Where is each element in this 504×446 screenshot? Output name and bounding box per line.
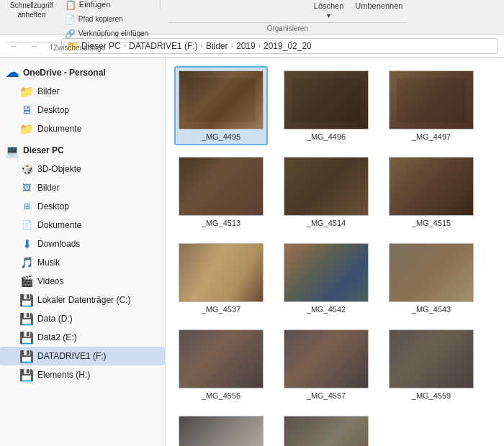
sidebar-item-drive-d[interactable]: 💾 Data (D:): [0, 309, 165, 328]
sidebar-item-downloads[interactable]: ⬇ Downloads: [0, 235, 165, 253]
kopieren-nach-button[interactable]: 📁 Kopieren nach ▾: [245, 0, 307, 3]
thumb-label-mg4556: _MG_4556: [179, 391, 264, 400]
thumb-image-mg4560: [179, 416, 264, 446]
svg-rect-6: [179, 158, 263, 216]
desktop-icon: 🖥: [20, 200, 33, 213]
svg-rect-10: [284, 244, 368, 302]
thumb-label-mg4513: _MG_4513: [179, 219, 264, 227]
sidebar-item-videos[interactable]: 🎬 Videos: [0, 272, 165, 291]
sidebar-item-bilder-od[interactable]: 📁 Bilder: [0, 82, 165, 101]
svg-rect-15: [179, 417, 263, 446]
drive-d-icon: 💾: [20, 312, 33, 325]
thumb-item-mg4515[interactable]: _MG_4515: [384, 153, 478, 232]
thumb-image-mg4556: [179, 329, 264, 388]
sidebar-item-drive-h-label: Elements (H:): [37, 370, 90, 380]
thumb-image-mg4495: [179, 70, 264, 129]
pictures-icon: 🖼: [20, 181, 33, 194]
thumb-label-mg4537: _MG_4537: [179, 305, 264, 314]
download-icon: ⬇: [20, 237, 33, 250]
sidebar-item-drive-e[interactable]: 💾 Data2 (E:): [0, 328, 165, 347]
sidebar-item-desktop-od[interactable]: 🖥 Desktop: [0, 101, 165, 119]
thumb-item-mg4557[interactable]: _MG_4557: [279, 325, 373, 404]
sidebar-item-downloads-label: Downloads: [37, 239, 80, 249]
svg-rect-7: [284, 158, 368, 216]
content-area: _MG_4495 _MG_4496 _MG_4497 _MG_4513 _MG_…: [166, 58, 504, 446]
thumb-image-mg4497: [389, 70, 474, 129]
drive-e-icon: 💾: [20, 331, 33, 344]
sidebar-item-musik[interactable]: 🎵 Musik: [0, 253, 165, 272]
sidebar-item-dokumente-od-label: Dokumente: [37, 124, 81, 134]
sidebar-item-dokumente[interactable]: 📄 Dokumente: [0, 216, 165, 235]
umbenennen-button[interactable]: ✏️ Umbenennen: [351, 0, 407, 12]
svg-rect-13: [284, 330, 368, 388]
thumb-image-mg4514: [284, 157, 369, 216]
sidebar-item-desktop-od-label: Desktop: [37, 105, 69, 115]
thumb-item-mg4537[interactable]: _MG_4537: [174, 239, 268, 318]
sidebar-item-3d[interactable]: 🎲 3D-Objekte: [0, 160, 165, 178]
schnellzugriff-button[interactable]: 📌 Schnellzugriff anheften: [6, 0, 58, 21]
onedrive-header: ☁ OneDrive - Personal: [0, 63, 165, 82]
sidebar-item-bilder[interactable]: 🖼 Bilder: [0, 178, 165, 197]
organize-group: 📁 Verschieben nach ▾ 📁 Kopieren nach ▾ 🗑…: [168, 0, 407, 32]
sidebar: ☁ OneDrive - Personal 📁 Bilder 🖥 Desktop…: [0, 58, 166, 446]
sidebar-item-drive-h[interactable]: 💾 Elements (H:): [0, 365, 165, 384]
thumb-item-mg4542[interactable]: _MG_4542: [279, 239, 373, 318]
thumb-image-mg4496: [284, 70, 369, 129]
einfuegen-button[interactable]: 📋 Einfügen: [60, 0, 153, 12]
svg-rect-12: [179, 330, 263, 388]
breadcrumb-item-4[interactable]: 2019_02_20: [264, 41, 312, 51]
organize-label: Organisieren: [168, 22, 407, 32]
video-icon: 🎬: [20, 275, 33, 288]
sidebar-item-bilder-label: Bilder: [37, 183, 60, 193]
thumb-label-mg4557: _MG_4557: [284, 391, 369, 400]
toolbar: 📌 Schnellzugriff anheften 📋 Kopieren 📋 E…: [0, 0, 504, 35]
dieser-pc-label: Dieser PC: [23, 145, 64, 155]
thumb-image-mg4561: [284, 416, 369, 446]
pc-icon: 💻: [6, 144, 19, 157]
verknuepfung-button[interactable]: 🔗 Verknüpfung einfügen: [60, 27, 153, 40]
thumb-item-mg4561[interactable]: _MG_4561: [279, 411, 373, 446]
loeschen-button[interactable]: 🗑️ Löschen ▾: [310, 0, 348, 21]
thumb-item-mg4543[interactable]: _MG_4543: [384, 239, 478, 318]
sidebar-item-drive-f[interactable]: 💾 DATADRIVE1 (F:): [0, 347, 165, 365]
thumb-image-mg4515: [389, 157, 474, 216]
thumb-image-mg4513: [179, 157, 264, 216]
sidebar-item-desktop-label: Desktop: [37, 201, 69, 211]
breadcrumb-item-3[interactable]: 2019: [236, 41, 256, 51]
thumb-item-mg4513[interactable]: _MG_4513: [174, 153, 268, 232]
sidebar-item-videos-label: Videos: [37, 276, 63, 286]
thumb-image-mg4543: [389, 243, 474, 302]
thumb-item-mg4556[interactable]: _MG_4556: [174, 325, 268, 404]
clipboard-label: Zwischenablage: [6, 42, 153, 52]
sidebar-item-musik-label: Musik: [37, 258, 60, 268]
sidebar-item-drive-f-label: DATADRIVE1 (F:): [37, 351, 107, 361]
thumb-item-mg4496[interactable]: _MG_4496: [279, 66, 373, 145]
drive-h-icon: 💾: [20, 368, 33, 381]
verschieben-button[interactable]: 📁 Verschieben nach ▾: [168, 0, 242, 3]
thumb-label-mg4559: _MG_4559: [389, 391, 474, 400]
thumb-label-mg4514: _MG_4514: [284, 219, 369, 227]
svg-rect-5: [397, 78, 466, 122]
thumb-image-mg4559: [389, 329, 474, 388]
svg-rect-1: [186, 78, 256, 122]
svg-rect-8: [390, 158, 473, 216]
documents-icon: 📄: [20, 219, 33, 232]
dokumente-od-icon: 📁: [20, 122, 33, 135]
main-layout: ☁ OneDrive - Personal 📁 Bilder 🖥 Desktop…: [0, 58, 504, 446]
thumb-item-mg4560[interactable]: _MG_4560: [174, 411, 268, 446]
sidebar-item-drive-c-label: Lokaler Datenträger (C:): [37, 295, 130, 305]
thumb-label-mg4495: _MG_4495: [179, 132, 264, 141]
thumb-label-mg4543: _MG_4543: [389, 305, 474, 314]
thumb-item-mg4495[interactable]: _MG_4495: [174, 66, 268, 145]
sidebar-item-desktop[interactable]: 🖥 Desktop: [0, 197, 165, 216]
thumb-item-mg4497[interactable]: _MG_4497: [384, 66, 478, 145]
desktop-od-icon: 🖥: [20, 104, 33, 117]
onedrive-icon: ☁: [6, 66, 19, 79]
pfad-button[interactable]: 📄 Pfad kopieren: [60, 13, 153, 26]
3d-icon: 🎲: [20, 163, 33, 176]
thumb-item-mg4514[interactable]: _MG_4514: [279, 153, 373, 232]
sidebar-item-drive-c[interactable]: 💾 Lokaler Datenträger (C:): [0, 291, 165, 309]
breadcrumb-item-2[interactable]: Bilder: [206, 41, 228, 51]
sidebar-item-dokumente-od[interactable]: 📁 Dokumente: [0, 119, 165, 138]
thumb-item-mg4559[interactable]: _MG_4559: [384, 325, 478, 404]
